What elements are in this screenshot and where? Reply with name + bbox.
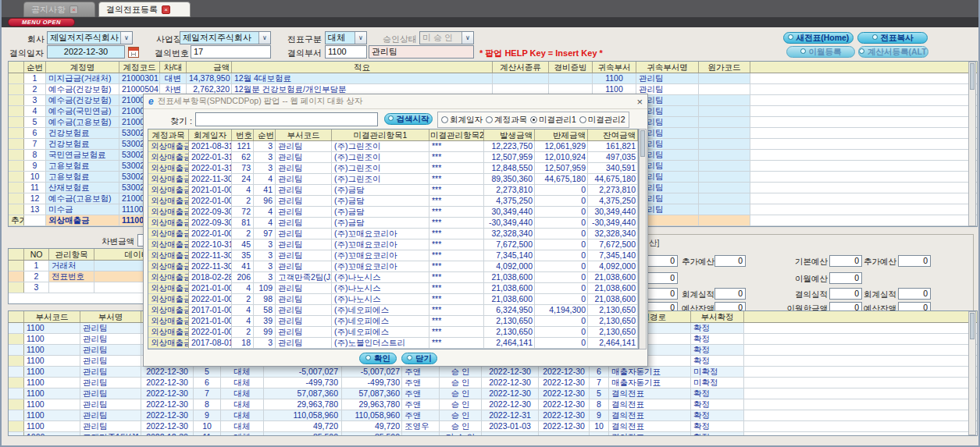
budget-input[interactable]: 0 — [715, 288, 746, 300]
scrollbar-thumb[interactable] — [640, 130, 645, 157]
table-row[interactable]: 1100관리팀2022-12-3010대체49,72049,720조영우승 인2… — [9, 421, 977, 432]
tab-close-icon[interactable]: × — [69, 5, 78, 14]
table-row[interactable]: 외상매출금2022-11-30244관리팀(주)그린조이***89,350,36… — [148, 174, 638, 185]
table-row[interactable]: 외상매출금2022-01-00296관리팀(주)금담***4,375,25004… — [148, 196, 638, 207]
company-select[interactable]: 제일저지주식회사 ∨ — [47, 31, 133, 44]
column-header[interactable]: 번호 — [232, 129, 254, 140]
column-header[interactable]: 계산서종류 — [493, 62, 549, 73]
calendar-icon[interactable] — [128, 47, 139, 58]
column-header[interactable]: 부서확정 — [691, 311, 744, 322]
table-row[interactable]: 외상매출금2021-01-00441관리팀(주)금담***2,273,81002… — [148, 185, 638, 196]
table-row[interactable]: 외상매출금2022-11-30413관리팀(주)꼬매요코리아***4,092,0… — [148, 261, 638, 272]
column-header[interactable]: 미결관리항목2 — [429, 129, 484, 140]
column-header[interactable]: 회계일자 — [189, 129, 232, 140]
radio-계정과목[interactable]: 계정과목 — [486, 115, 527, 126]
budget-input[interactable]: 0 — [829, 288, 862, 300]
radio-미결관리1[interactable]: 미결관리1 — [530, 115, 576, 126]
tab-slip-register[interactable]: 결의전표등록 × — [98, 2, 191, 17]
scrollbar-thumb[interactable] — [970, 313, 975, 339]
column-header[interactable]: 계정코드 — [119, 62, 160, 73]
table-row[interactable]: 1100관리팀2022-12-309대체110,058,960110,058,9… — [9, 410, 977, 421]
column-header[interactable]: 차/대 — [160, 62, 187, 73]
chevron-down-icon[interactable]: ∨ — [258, 32, 270, 44]
table-row[interactable]: 외상매출금2022-01-00299관리팀(주)네오피에스***2,130,65… — [148, 327, 638, 338]
chevron-down-icon[interactable]: ∨ — [355, 32, 366, 44]
column-header[interactable]: 경비증빙 — [549, 62, 593, 73]
table-row[interactable]: 1미지급금(거래처)21000301대변14,378,95012월 4대보험료1… — [9, 73, 977, 84]
dept-grid-scrollbar[interactable] — [968, 311, 976, 435]
date-input[interactable]: 2022-12-30 — [47, 45, 125, 59]
tab-close-icon[interactable]: × — [162, 5, 170, 14]
column-header[interactable]: 발생금액 — [484, 129, 535, 140]
slip-no-input[interactable]: 17 — [191, 45, 271, 59]
column-header[interactable]: 원가코드 — [699, 62, 750, 73]
column-header[interactable]: 귀속부서명 — [636, 62, 699, 73]
popup-title-bar[interactable]: e 전표세부항목(SPNDCDPop) 팝업 -- 웹 페이지 대화 상자 × — [144, 94, 647, 109]
column-header[interactable]: 반제금액 — [535, 129, 588, 140]
popup-close-icon[interactable]: × — [636, 97, 643, 107]
table-row[interactable]: 외상매출금2022-01-31623관리팀(주)그린조이***12,507,95… — [148, 152, 638, 163]
carry-over-button[interactable]: 이월등록 — [786, 46, 855, 58]
table-row[interactable]: 외상매출금2017-01-00458관리팀(주)네오피에스***6,324,95… — [148, 305, 638, 316]
column-header[interactable]: 순번 — [24, 62, 46, 73]
table-row[interactable]: 외상매출금2022-01-00298관리팀(주)나노시스***21,038,60… — [148, 294, 638, 305]
table-row[interactable]: 외상매출금2022-01-31733관리팀(주)그린조이***12,848,55… — [148, 163, 638, 174]
column-header[interactable]: 귀속부서 — [593, 62, 636, 73]
search-start-button[interactable]: 검색시작 — [384, 113, 433, 125]
radio-미결관리2[interactable]: 미결관리2 — [579, 115, 625, 126]
column-header[interactable] — [9, 249, 24, 260]
table-row[interactable]: 외상매출금2022-09-30724관리팀(주)금담***30,349,4400… — [148, 207, 638, 218]
column-header[interactable]: 관리항목 — [49, 249, 94, 260]
column-header[interactable]: 적요 — [232, 62, 493, 73]
budget-input[interactable]: 0 — [829, 255, 862, 267]
table-row[interactable]: 1100관리팀2022-12-306대체-499,730-499,730주앤승 … — [9, 378, 977, 388]
column-header[interactable]: 미결관리항목1 — [332, 129, 429, 140]
cell: 1100 — [24, 345, 80, 355]
table-row[interactable]: 외상매출금2021-01-00439관리팀(주)네오피에스***2,130,65… — [148, 316, 638, 327]
tab-notice[interactable]: 공지사항 × — [23, 2, 95, 17]
table-row[interactable]: 외상매출금2022-01-00297관리팀(주)꼬매요코리아***32,328,… — [148, 229, 638, 239]
site-select[interactable]: 제일저지주식회사 ∨ — [180, 31, 271, 44]
column-header[interactable]: 순번 — [254, 129, 276, 140]
main-grid-scrollbar[interactable] — [968, 62, 976, 226]
column-header[interactable]: 계정과목 — [148, 129, 189, 140]
table-row[interactable]: 외상매출금2022-09-30814관리팀(주)금담***-30,349,440… — [148, 218, 638, 229]
scrollbar-thumb[interactable] — [970, 63, 975, 90]
table-row[interactable]: 외상매출금2021-01-004109관리팀(주)나노시스***21,038,6… — [148, 283, 638, 294]
invoice-reg-button[interactable]: 계산서등록(ALT) — [858, 46, 928, 58]
column-header[interactable]: NO — [24, 249, 49, 260]
column-header[interactable]: 금액 — [187, 62, 232, 73]
table-row[interactable]: 외상매출금2022-11-30353관리팀(주)꼬매요코리아***7,345,1… — [148, 250, 638, 261]
slip-type-select[interactable]: 대체 ∨ — [325, 31, 367, 44]
confirm-button[interactable]: 확인 — [359, 353, 397, 364]
column-header[interactable]: 잔여금액 — [588, 129, 638, 140]
table-row[interactable]: 1100관리팀2022-12-307대체57,087,36057,087,360… — [9, 388, 977, 399]
budget-input[interactable]: 0 — [829, 272, 862, 284]
dept-code-input[interactable]: 1100 — [325, 45, 367, 59]
table-row[interactable]: 외상매출금2018-02-282063고객만족2팀(J2(주)나노시스***21… — [148, 272, 638, 283]
new-slip-button[interactable]: 새전표(Home) — [783, 32, 853, 44]
search-input[interactable] — [195, 112, 378, 126]
column-header[interactable] — [9, 62, 24, 73]
cell: 8 — [194, 399, 221, 410]
copy-slip-button[interactable]: 전표복사 — [857, 32, 928, 44]
budget-input[interactable]: 0 — [898, 288, 931, 300]
table-row[interactable]: 1100관리팀2022-12-305대체-5,007,027-5,007,027… — [9, 367, 977, 378]
popup-grid-scrollbar[interactable] — [639, 129, 647, 349]
table-row[interactable]: 외상매출금2022-10-31453관리팀(주)꼬매요코리아***7,672,5… — [148, 239, 638, 250]
budget-input[interactable]: 0 — [898, 255, 931, 267]
column-header[interactable] — [9, 311, 24, 322]
table-row[interactable]: 1000고객만족1팀(J12022-12-3011대체85,50085,500미… — [9, 432, 977, 436]
table-row[interactable]: 외상매출금2017-08-01183관리팀(주)노블인더스트리***2,464,… — [148, 338, 638, 349]
menu-open-button[interactable]: MENU OPEN — [8, 18, 75, 27]
budget-input[interactable]: 0 — [715, 255, 746, 267]
column-header[interactable]: 계정명 — [46, 62, 119, 73]
chevron-down-icon[interactable]: ∨ — [120, 32, 132, 44]
close-button[interactable]: 닫기 — [401, 353, 437, 364]
column-header[interactable]: 부서코드 — [276, 129, 332, 140]
table-row[interactable]: 외상매출금2021-08-311213관리팀(주)그린조이***12,223,7… — [148, 141, 638, 152]
radio-회계일자[interactable]: 회계일자 — [441, 115, 483, 126]
table-row[interactable]: 1100관리팀2022-12-308대체29,963,78029,963,780… — [9, 399, 977, 410]
column-header[interactable]: 부서명 — [80, 311, 141, 322]
column-header[interactable]: 부서코드 — [24, 311, 80, 322]
